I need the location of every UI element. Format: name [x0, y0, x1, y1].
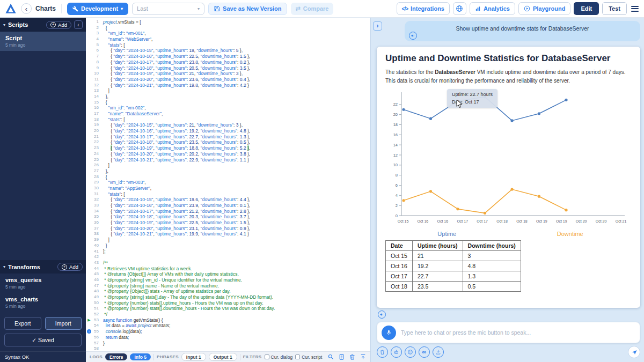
- save-version-button[interactable]: Save as New Version: [208, 3, 287, 15]
- send-button[interactable]: [628, 346, 640, 358]
- code-line[interactable]: 18 "stats": [: [86, 117, 370, 123]
- search-code-button[interactable]: [327, 353, 334, 360]
- code-line[interactable]: 21 { "day": "2024-10-17", "uptime_hours"…: [86, 134, 370, 140]
- code-line[interactable]: 33 { "day": "2024-10-16", "uptime_hours"…: [86, 203, 370, 209]
- legend-downtime[interactable]: Downtime: [509, 231, 632, 237]
- code-line[interactable]: 46 * @property {string} vm_id - Unique i…: [86, 277, 370, 283]
- code-line[interactable]: 25 { "day": "2024-10-21", "uptime_hours"…: [86, 157, 370, 163]
- uptime-downtime-chart[interactable]: 0246810121416182022Oct 15Oct 16Oct 16Oct…: [385, 89, 633, 230]
- back-button[interactable]: ‹: [21, 3, 32, 14]
- code-line[interactable]: 42: [86, 254, 370, 260]
- code-line[interactable]: 35 { "day": "2024-10-18", "uptime_hours"…: [86, 214, 370, 220]
- code-line[interactable]: 49 * @property {string} stats[].day - Th…: [86, 294, 370, 300]
- filter-script-checkbox[interactable]: [295, 354, 300, 359]
- language-button[interactable]: [453, 2, 466, 15]
- clear-editor-button[interactable]: [349, 353, 356, 360]
- code-line[interactable]: 3 "vm_id": "vm-001",: [86, 31, 370, 36]
- integrations-button[interactable]: </> Integrations: [397, 2, 450, 15]
- code-editor[interactable]: 1project.vmStats = [2 {3 "vm_id": "vm-00…: [86, 18, 370, 351]
- code-line[interactable]: 38 { "day": "2024-10-21", "uptime_hours"…: [86, 231, 370, 237]
- code-line[interactable]: 56 return data;: [86, 335, 370, 341]
- code-line[interactable]: 22 { "day": "2024-10-18", "uptime_hours"…: [86, 139, 370, 145]
- code-line[interactable]: 43/**: [86, 260, 370, 266]
- code-line[interactable]: 39 ]: [86, 237, 370, 243]
- code-line[interactable]: 4 "name": "WebServer",: [86, 36, 370, 42]
- robot-button[interactable]: [391, 346, 402, 358]
- document-button[interactable]: [338, 353, 345, 360]
- code-line[interactable]: 12 { "day": "2024-10-21", "uptime_hours"…: [86, 83, 370, 88]
- code-line[interactable]: 8 { "day": "2024-10-17", "uptime_hours":…: [86, 60, 370, 65]
- code-line[interactable]: 26 ]: [86, 162, 370, 168]
- scripts-section-header[interactable]: ▾ Scripts +Add ‹: [0, 18, 86, 32]
- code-line[interactable]: 44 * Retrieves VM uptime statistics for …: [86, 266, 370, 272]
- code-line[interactable]: 10 { "day": "2024-10-19", "uptime_hours"…: [86, 71, 370, 77]
- code-line[interactable]: ▶53async function getVmStats() {: [86, 317, 370, 323]
- collapse-editor-button[interactable]: [360, 353, 367, 360]
- code-line[interactable]: 45 * @returns {Object[]} Array of VMs wi…: [86, 271, 370, 277]
- info-badge[interactable]: Info 5: [130, 353, 151, 360]
- code-line[interactable]: i55 console.log(data);: [86, 329, 370, 335]
- compare-button[interactable]: ⇄ Compare: [291, 3, 334, 15]
- code-line[interactable]: 57}: [86, 341, 370, 346]
- info-line-icon[interactable]: i: [86, 329, 92, 335]
- avatar-button[interactable]: [405, 346, 416, 358]
- code-line[interactable]: 34 { "day": "2024-10-17", "uptime_hours"…: [86, 209, 370, 215]
- code-line[interactable]: 1project.vmStats = [: [86, 19, 370, 25]
- code-line[interactable]: 24 { "day": "2024-10-20", "uptime_hours"…: [86, 151, 370, 157]
- code-line[interactable]: 19 { "day": "2024-10-15", "uptime_hours"…: [86, 122, 370, 128]
- code-line[interactable]: 30 "name": "AppServer",: [86, 186, 370, 191]
- transforms-section-header[interactable]: ▾ Transforms +Add: [0, 260, 86, 274]
- code-line[interactable]: 11 { "day": "2024-10-20", "uptime_hours"…: [86, 77, 370, 83]
- run-script-icon[interactable]: ▶: [86, 317, 92, 323]
- speak-message-button[interactable]: [409, 32, 417, 40]
- code-line[interactable]: 37 { "day": "2024-10-20", "uptime_hours"…: [86, 226, 370, 232]
- filter-dialog-checkbox[interactable]: [265, 354, 269, 359]
- input-badge[interactable]: Input 1: [181, 353, 206, 361]
- expand-panel-button[interactable]: ›: [373, 21, 382, 31]
- code-line[interactable]: 50 * @property {number} stats[].uptime_h…: [86, 300, 370, 306]
- code-line[interactable]: 31 "stats": [: [86, 191, 370, 197]
- chat-input[interactable]: [401, 329, 635, 336]
- edit-button[interactable]: Edit: [574, 2, 599, 15]
- saved-button[interactable]: ✓ Saved: [4, 334, 82, 346]
- code-line[interactable]: 20 { "day": "2024-10-16", "uptime_hours"…: [86, 128, 370, 134]
- code-line[interactable]: 16 "vm_id": "vm-002",: [86, 105, 370, 111]
- code-line[interactable]: 17 "name": "DatabaseServer",: [86, 111, 370, 117]
- code-line[interactable]: 9 { "day": "2024-10-18", "uptime_hours":…: [86, 65, 370, 71]
- code-line[interactable]: 23 { "day": "2024-10-19", "uptime_hours"…: [86, 145, 370, 151]
- errors-badge[interactable]: Errors: [105, 353, 128, 360]
- code-line[interactable]: 14 },: [86, 94, 370, 100]
- code-line[interactable]: 29 "vm_id": "vm-003",: [86, 180, 370, 186]
- code-line[interactable]: 6 { "day": "2024-10-15", "uptime_hours":…: [86, 48, 370, 54]
- code-line[interactable]: 54 let data = await project.vmStats;: [86, 323, 370, 329]
- collapse-sidebar-button[interactable]: ‹: [74, 20, 83, 29]
- playground-button[interactable]: Playground: [518, 2, 571, 15]
- clear-chat-button[interactable]: [377, 346, 388, 358]
- code-line[interactable]: 47 * @property {string} name - Name of t…: [86, 283, 370, 289]
- code-line[interactable]: 32 { "day": "2024-10-15", "uptime_hours"…: [86, 197, 370, 203]
- export-button[interactable]: Export: [4, 317, 41, 330]
- code-line[interactable]: 41];: [86, 249, 370, 255]
- code-line[interactable]: 36 { "day": "2024-10-19", "uptime_hours"…: [86, 220, 370, 226]
- analytics-button[interactable]: Analytics: [470, 2, 515, 15]
- output-badge[interactable]: Output 1: [209, 353, 237, 361]
- add-transform-button[interactable]: +Add: [57, 263, 83, 271]
- download-button[interactable]: [433, 346, 444, 358]
- code-line[interactable]: 48 * @property {Object[]} stats - Array …: [86, 289, 370, 294]
- code-line[interactable]: 15 {: [86, 100, 370, 106]
- add-script-button[interactable]: +Add: [46, 21, 71, 29]
- mic-button[interactable]: [382, 326, 396, 340]
- sidebar-item-vms-charts[interactable]: vms_charts 5 min ago: [0, 293, 86, 312]
- sidebar-item-vms-queries[interactable]: vms_queries 5 min ago: [0, 274, 86, 293]
- link-button[interactable]: ∞: [419, 346, 430, 358]
- code-line[interactable]: 58: [86, 346, 370, 351]
- app-logo[interactable]: [4, 2, 17, 15]
- code-line[interactable]: 13 ]: [86, 88, 370, 94]
- environment-button[interactable]: Development ▾: [67, 3, 128, 15]
- import-button[interactable]: Import: [45, 317, 82, 330]
- code-line[interactable]: 28 {: [86, 174, 370, 180]
- code-line[interactable]: 7 { "day": "2024-10-16", "uptime_hours":…: [86, 54, 370, 60]
- speak-response-button[interactable]: [378, 311, 386, 319]
- code-line[interactable]: 40 }: [86, 243, 370, 249]
- code-line[interactable]: 27 },: [86, 168, 370, 174]
